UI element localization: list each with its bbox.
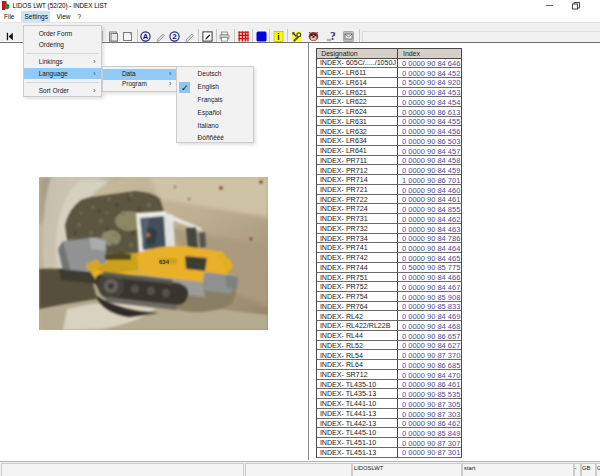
svg-text:2: 2: [172, 32, 176, 41]
svg-text:634: 634: [159, 259, 170, 265]
svg-text:A: A: [143, 32, 149, 41]
svg-text:i: i: [277, 31, 279, 41]
